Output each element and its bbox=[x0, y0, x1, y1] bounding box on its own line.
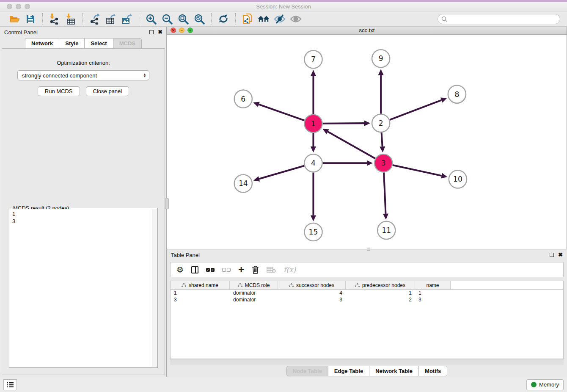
node-label-1: 1 bbox=[311, 119, 316, 128]
zoom-in-icon[interactable] bbox=[145, 13, 157, 25]
table-panel-title: Table Panel bbox=[171, 252, 200, 258]
table-row[interactable]: 1dominator411 bbox=[171, 290, 563, 296]
hide-graphics-details-icon[interactable] bbox=[274, 13, 286, 25]
edge-1-2[interactable] bbox=[323, 123, 364, 124]
table-cell[interactable]: 2 bbox=[346, 297, 415, 303]
float-panel-icon[interactable] bbox=[149, 30, 154, 34]
table-tabs: Node TableEdge TableNetwork TableMotifs bbox=[167, 365, 567, 377]
table-cell[interactable]: 3 bbox=[278, 297, 346, 303]
mcds-result-text[interactable]: 1 3 bbox=[10, 209, 152, 367]
node-label-2: 2 bbox=[379, 119, 383, 127]
panel-splitter-grip[interactable] bbox=[165, 198, 169, 209]
edge-2-3[interactable] bbox=[382, 133, 383, 146]
close-panel-icon[interactable]: ✖ bbox=[158, 30, 162, 34]
table-cell[interactable]: 3 bbox=[171, 297, 230, 303]
column-header-name[interactable]: name bbox=[415, 281, 451, 289]
delete-column-icon[interactable] bbox=[252, 265, 259, 274]
export-network-icon[interactable] bbox=[89, 13, 101, 25]
edge-arrow-3-10 bbox=[441, 173, 447, 179]
column-header-predecessor-nodes[interactable]: predecessor nodes bbox=[346, 281, 415, 289]
search-box[interactable] bbox=[438, 14, 560, 24]
show-graphics-details-icon[interactable] bbox=[290, 13, 302, 25]
search-input[interactable] bbox=[449, 16, 556, 22]
tab-style[interactable]: Style bbox=[59, 38, 84, 49]
tab-mcds[interactable]: MCDS bbox=[113, 38, 142, 49]
first-neighbors-icon[interactable] bbox=[258, 13, 270, 25]
save-icon[interactable] bbox=[25, 13, 36, 25]
table-settings-icon[interactable]: ⚙ bbox=[176, 265, 184, 275]
edge-arrow-1-4 bbox=[311, 146, 316, 152]
criterion-select[interactable]: strongly connected component ▲▼ bbox=[17, 70, 149, 80]
deselect-all-columns-icon[interactable] bbox=[222, 268, 231, 272]
edge-3-11[interactable] bbox=[384, 172, 385, 213]
edge-3-1[interactable] bbox=[328, 132, 375, 158]
task-history-button[interactable] bbox=[3, 379, 17, 390]
node-label-4: 4 bbox=[311, 159, 316, 167]
edge-1-6[interactable] bbox=[259, 104, 305, 120]
add-column-icon[interactable]: + bbox=[238, 265, 244, 274]
run-mcds-button[interactable]: Run MCDS bbox=[38, 86, 80, 96]
export-table-icon[interactable] bbox=[105, 13, 117, 25]
memory-button-label: Memory bbox=[539, 381, 559, 388]
control-panel-title: Control Panel bbox=[4, 29, 38, 36]
titlebar: Session: New Session bbox=[0, 2, 567, 11]
edge-3-10[interactable] bbox=[393, 165, 442, 176]
table-cell[interactable]: 1 bbox=[171, 290, 230, 296]
network-graph[interactable]: 7968124314101511 bbox=[167, 35, 567, 249]
table-row[interactable]: 3dominator323 bbox=[171, 296, 563, 303]
function-builder-icon[interactable]: f(x) bbox=[284, 265, 296, 274]
network-maximize-button[interactable]: + bbox=[187, 28, 193, 33]
close-panel-button[interactable]: Close panel bbox=[86, 86, 129, 96]
node-label-6: 6 bbox=[241, 94, 245, 103]
tab-edge-table[interactable]: Edge Table bbox=[328, 366, 369, 376]
tab-network[interactable]: Network bbox=[25, 38, 59, 49]
import-network-icon[interactable] bbox=[49, 13, 61, 25]
column-header-successor-nodes[interactable]: successor nodes bbox=[278, 281, 346, 289]
tab-select[interactable]: Select bbox=[84, 38, 113, 49]
table-cell[interactable]: dominator bbox=[230, 297, 278, 303]
select-stepper-icon: ▲▼ bbox=[143, 73, 146, 77]
table-cell[interactable]: 3 bbox=[415, 297, 451, 303]
table-cell[interactable]: 4 bbox=[278, 290, 346, 296]
edge-arrow-4-15 bbox=[311, 215, 316, 221]
tab-network-table[interactable]: Network Table bbox=[369, 366, 418, 376]
clone-network-icon[interactable] bbox=[242, 13, 253, 25]
result-scrollbar[interactable] bbox=[152, 209, 157, 367]
zoom-out-icon[interactable] bbox=[161, 13, 173, 25]
tab-node-table[interactable]: Node Table bbox=[286, 366, 328, 376]
control-panel-tabs: NetworkStyleSelectMCDS bbox=[0, 38, 167, 49]
column-header-MCDS-role[interactable]: MCDS role bbox=[230, 281, 278, 289]
edge-2-8[interactable] bbox=[390, 100, 441, 120]
edge-4-14[interactable] bbox=[259, 166, 304, 179]
tab-motifs[interactable]: Motifs bbox=[418, 366, 447, 376]
open-icon[interactable] bbox=[8, 13, 20, 25]
table-close-panel-icon[interactable]: ✖ bbox=[558, 253, 563, 257]
control-panel: Control Panel ✖ NetworkStyleSelectMCDS O… bbox=[0, 27, 167, 377]
split-view-icon[interactable] bbox=[191, 266, 198, 273]
network-window-titlebar[interactable]: ✕ − + scc.txt bbox=[167, 27, 567, 35]
delete-table-icon[interactable] bbox=[267, 266, 276, 273]
column-header-shared-name[interactable]: shared name bbox=[171, 281, 230, 289]
table-cell[interactable]: dominator bbox=[230, 290, 278, 296]
network-close-button[interactable]: ✕ bbox=[171, 28, 176, 33]
apply-layout-icon[interactable] bbox=[217, 13, 229, 25]
table-cell[interactable]: 1 bbox=[415, 290, 451, 296]
horizontal-splitter-grip[interactable] bbox=[367, 248, 370, 251]
export-image-icon[interactable] bbox=[121, 13, 133, 25]
table-float-panel-icon[interactable] bbox=[550, 253, 554, 257]
zoom-fit-icon[interactable] bbox=[177, 13, 189, 25]
zoom-selected-icon[interactable] bbox=[193, 13, 205, 25]
network-minimize-button[interactable]: − bbox=[179, 28, 184, 33]
table-cell[interactable]: 1 bbox=[346, 290, 415, 296]
edge-arrow-2-3 bbox=[380, 146, 385, 152]
select-all-columns-icon[interactable]: ✓✓ bbox=[206, 268, 215, 272]
network-canvas[interactable]: 7968124314101511 bbox=[167, 35, 567, 249]
criterion-selected-value: strongly connected component bbox=[22, 72, 143, 79]
memory-button[interactable]: Memory bbox=[526, 379, 564, 390]
search-icon bbox=[441, 16, 447, 22]
edge-arrow-1-7 bbox=[311, 70, 316, 76]
toolbar-separator bbox=[235, 13, 236, 25]
task-list-icon bbox=[7, 382, 14, 388]
import-table-icon[interactable] bbox=[65, 13, 77, 25]
optimization-criterion-label: Optimization criterion: bbox=[6, 60, 160, 66]
